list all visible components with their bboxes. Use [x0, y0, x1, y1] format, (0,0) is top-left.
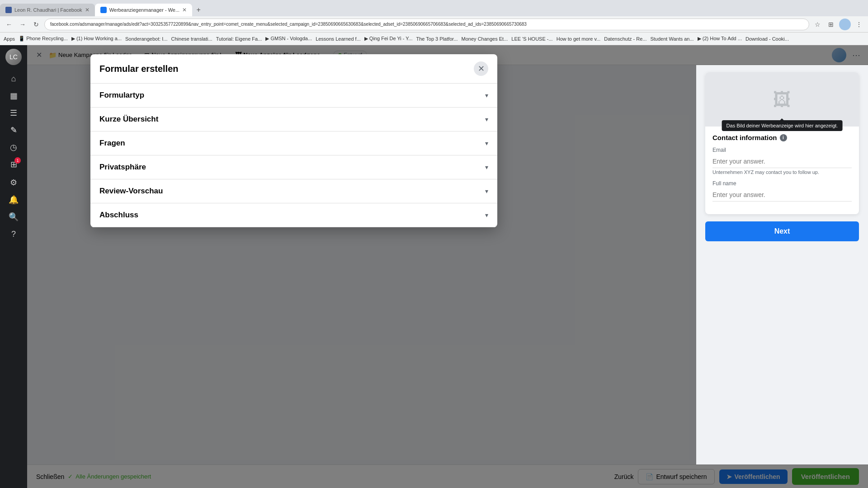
next-button[interactable]: Next [705, 221, 859, 241]
more-button[interactable]: ⋮ [854, 19, 864, 30]
modal-body: Formulartyp ▾ Kurze Übersicht ▾ Fragen [90, 84, 497, 227]
notification-badge: 1 [14, 157, 21, 164]
sidebar-icon-bell[interactable]: 🔔 [5, 192, 22, 208]
review-vorschau-chevron-icon: ▾ [485, 188, 488, 195]
bookmark-daten[interactable]: Datenschutz - Re... [604, 36, 646, 42]
new-tab-button[interactable]: + [192, 4, 205, 16]
kurze-ubersicht-chevron-icon: ▾ [485, 116, 488, 123]
accordion-kurze-ubersicht: Kurze Übersicht ▾ [90, 108, 497, 131]
bookmark-download[interactable]: Download - Cooki... [745, 36, 789, 42]
accordion-kurze-ubersicht-header[interactable]: Kurze Übersicht ▾ [90, 108, 497, 131]
formulartyp-chevron-icon: ▾ [485, 92, 488, 99]
accordion-review-vorschau-label: Review-Vorschau [99, 187, 163, 196]
bookmark-student[interactable]: Student Wants an... [650, 36, 693, 42]
accordion-formulartyp-header[interactable]: Formulartyp ▾ [90, 84, 497, 107]
fullname-field-container: Full name [712, 180, 852, 202]
accordion-formulartyp-label: Formulartyp [99, 91, 144, 100]
privatsphare-chevron-icon: ▾ [485, 164, 488, 171]
avatar[interactable]: LC [5, 49, 22, 65]
sidebar-icon-chart[interactable]: ▦ [5, 88, 22, 104]
profile-button[interactable] [839, 19, 851, 30]
fb-tab-close[interactable]: ✕ [85, 7, 90, 13]
next-button-container: Next [705, 221, 859, 241]
accordion-review-vorschau: Review-Vorschau ▾ [90, 179, 497, 203]
bookmark-gmsn[interactable]: ▶ GMSN - Vologda... [265, 36, 312, 42]
bookmarks-bar: Apps 📱 Phone Recycling... ▶ (1) How Work… [0, 33, 868, 45]
sidebar-icon-search[interactable]: 🔍 [5, 209, 22, 225]
modal-close-button[interactable]: ✕ [474, 61, 488, 76]
bookmark-more[interactable]: How to get more v... [557, 36, 601, 42]
bookmark-top3[interactable]: The Top 3 Platfor... [416, 36, 458, 42]
fb-favicon [5, 7, 12, 13]
preview-form-title: Contact information i [712, 134, 852, 141]
search-icon: 🔍 [9, 212, 19, 222]
bookmark-qing[interactable]: ▶ Qing Fei De Yi - Y... [364, 36, 413, 42]
bookmark-apps[interactable]: Apps [4, 36, 15, 42]
forward-button[interactable]: → [17, 19, 28, 30]
bookmark-lessons[interactable]: Lessons Learned f... [316, 36, 361, 42]
clock-icon: ◷ [10, 142, 17, 152]
address-bar[interactable]: facebook.com/adsmanager/manage/ads/edit?… [44, 19, 809, 30]
sidebar-icon-clock[interactable]: ◷ [5, 139, 22, 155]
extensions-button[interactable]: ⊞ [826, 19, 836, 30]
sidebar-icon-grid[interactable]: ⊞ 1 [5, 156, 22, 173]
fb-tab-title: Leon R. Chaudhari | Facebook [14, 7, 82, 13]
formular-erstellen-modal: Formular erstellen ✕ Formulartyp ▾ Kurze… [90, 54, 497, 227]
sidebar-icon-menu[interactable]: ☰ [5, 105, 22, 121]
modal-header: Formular erstellen ✕ [90, 54, 497, 84]
bell-icon: 🔔 [9, 195, 19, 205]
browser-tab-werbung[interactable]: Werbeanziegenmanager - We... ✕ [95, 4, 193, 16]
accordion-abschluss-label: Abschluss [99, 211, 138, 220]
accordion-abschluss: Abschluss ▾ [90, 203, 497, 227]
menu-icon: ☰ [10, 108, 17, 118]
fullname-field-input[interactable] [712, 188, 852, 202]
sidebar-icon-edit[interactable]: ✎ [5, 122, 22, 138]
accordion-review-vorschau-header[interactable]: Review-Vorschau ▾ [90, 179, 497, 203]
modal-title: Formular erstellen [99, 64, 179, 74]
accordion-formulartyp: Formulartyp ▾ [90, 84, 497, 108]
preview-tooltip: Das Bild deiner Werbeanzeige wird hier a… [722, 120, 843, 131]
left-sidebar: LC ⌂ ▦ ☰ ✎ ◷ ⊞ 1 ⚙ [0, 45, 27, 488]
preview-image-area: 🖼 Das Bild deiner Werbeanzeige wird hier… [705, 72, 859, 127]
accordion-privatsphare: Privatsphäre ▾ [90, 155, 497, 179]
bookmark-sonder[interactable]: Sonderangebot: I... [125, 36, 168, 42]
werbung-tab-title: Werbeanziegenmanager - We... [109, 7, 180, 13]
browser-tab-fb[interactable]: Leon R. Chaudhari | Facebook ✕ [0, 4, 95, 16]
accordion-privatsphare-label: Privatsphäre [99, 163, 146, 172]
accordion-abschluss-header[interactable]: Abschluss ▾ [90, 203, 497, 227]
back-button[interactable]: ← [4, 19, 14, 30]
sidebar-icon-home[interactable]: ⌂ [5, 70, 22, 87]
content-area: ✕ 📁 Neue Kampagne für Leadge... › ⊞ Neue… [27, 45, 868, 488]
bookmark-tutorial[interactable]: Tutorial: Eigene Fa... [216, 36, 262, 42]
preview-card: 🖼 Das Bild deiner Werbeanzeige wird hier… [705, 72, 859, 214]
chart-icon: ▦ [10, 91, 18, 101]
modal-overlay: Formular erstellen ✕ Formulartyp ▾ Kurze… [27, 45, 868, 488]
email-field-container: Email Unternehmen XYZ may contact you to… [712, 147, 852, 175]
email-field-hint: Unternehmen XYZ may contact you to follo… [712, 169, 852, 175]
werbung-tab-close[interactable]: ✕ [182, 7, 187, 13]
home-icon: ⌂ [11, 74, 16, 84]
bookmark-chinese[interactable]: Chinese translati... [171, 36, 212, 42]
preview-image-icon: 🖼 [773, 89, 791, 110]
bookmark-button[interactable]: ☆ [812, 19, 823, 30]
accordion-fragen: Fragen ▾ [90, 131, 497, 155]
bookmark-how2[interactable]: ▶ (2) How To Add ... [698, 36, 742, 42]
accordion-fragen-header[interactable]: Fragen ▾ [90, 131, 497, 155]
fragen-chevron-icon: ▾ [485, 140, 488, 147]
bookmark-phone[interactable]: 📱 Phone Recycling... [19, 36, 68, 42]
preview-tooltip-text: Das Bild deiner Werbeanzeige wird hier a… [726, 123, 838, 128]
help-icon: ? [11, 230, 16, 239]
info-icon[interactable]: i [780, 134, 787, 141]
sidebar-icon-help[interactable]: ? [5, 226, 22, 242]
sidebar-icon-settings[interactable]: ⚙ [5, 174, 22, 191]
bookmark-money[interactable]: Money Changes Et... [462, 36, 508, 42]
bookmark-lee[interactable]: LEE 'S HOUSE -... [511, 36, 552, 42]
accordion-privatsphare-header[interactable]: Privatsphäre ▾ [90, 155, 497, 179]
preview-panel: 🖼 Das Bild deiner Werbeanzeige wird hier… [696, 65, 868, 465]
bookmark-how[interactable]: ▶ (1) How Working a... [71, 36, 122, 42]
email-field-input[interactable] [712, 155, 852, 168]
accordion-fragen-label: Fragen [99, 139, 125, 148]
edit-icon: ✎ [10, 125, 17, 135]
werbung-favicon [100, 7, 107, 13]
refresh-button[interactable]: ↻ [31, 19, 42, 30]
